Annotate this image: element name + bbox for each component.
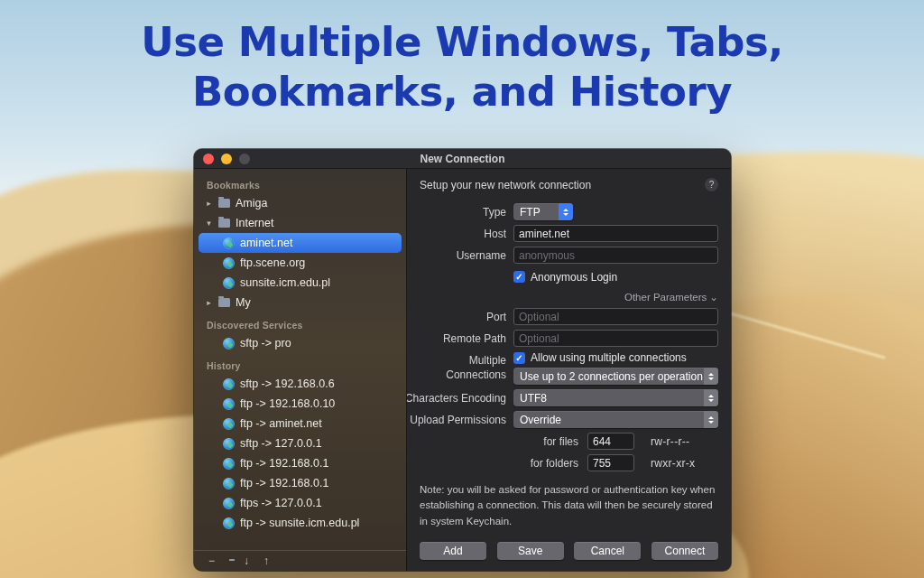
connection-form: Type FTP Host	[420, 203, 718, 529]
type-select[interactable]: FTP	[513, 203, 573, 220]
globe-icon	[223, 378, 235, 390]
section-header-discovered-services: Discovered Services	[207, 320, 406, 331]
upload-permissions-value: Override	[520, 414, 561, 426]
multiple-connections-label: Multiple Connections	[420, 351, 506, 382]
history-item[interactable]: ftp -> 192.168.0.10	[194, 394, 406, 414]
bookmark-label: aminet.net	[240, 237, 292, 249]
add-button[interactable]: Add	[420, 542, 486, 560]
service-label: sftp -> pro	[240, 337, 291, 350]
history-label: ftp -> 192.168.0.1	[240, 457, 328, 470]
sidebar-folder-amiga[interactable]: ▸ Amiga	[194, 193, 406, 213]
connections-count-select[interactable]: Use up to 2 connections per operation	[513, 368, 718, 385]
folder-icon	[218, 298, 230, 307]
history-item[interactable]: sftp -> 192.168.0.6	[194, 374, 406, 394]
import-bookmarks-button[interactable]: ↓	[244, 555, 249, 566]
history-label: ftp -> 192.168.0.10	[240, 397, 335, 410]
zoom-button	[239, 154, 250, 164]
chevron-down-icon[interactable]: ▾	[205, 219, 213, 228]
files-permission-input[interactable]	[587, 433, 634, 450]
desktop-wallpaper: Use Multiple Windows, Tabs, Bookmarks, a…	[0, 0, 924, 578]
headline-line2: Bookmarks, and History	[0, 68, 924, 117]
new-connection-window: New Connection Bookmarks ▸ Amiga ▾ Inter…	[194, 149, 731, 571]
history-label: ftp -> 192.168.0.1	[240, 477, 328, 489]
minus-icon: −	[208, 555, 215, 567]
cancel-button[interactable]: Cancel	[574, 542, 641, 560]
help-button[interactable]: ?	[705, 178, 718, 191]
globe-icon	[223, 438, 235, 450]
globe-icon	[223, 398, 235, 410]
folder-icon	[218, 199, 230, 208]
chevron-right-icon[interactable]: ▸	[205, 298, 213, 307]
characters-encoding-value: UTF8	[520, 392, 547, 405]
traffic-lights	[203, 154, 250, 164]
history-item[interactable]: ftp -> 192.168.0.1	[194, 473, 406, 493]
port-input[interactable]	[513, 308, 718, 325]
export-bookmarks-button[interactable]: ↑	[263, 555, 269, 566]
folder-icon	[218, 219, 230, 228]
host-label: Host	[420, 228, 506, 240]
history-label: ftps -> 127.0.0.1	[240, 497, 322, 509]
type-select-value: FTP	[520, 206, 541, 219]
anonymous-login-checkbox[interactable]: ✓	[513, 271, 525, 283]
username-input[interactable]	[513, 247, 718, 264]
bookmark-sunsite-icm-edu-pl[interactable]: sunsite.icm.edu.pl	[194, 273, 406, 293]
bookmark-ftp-scene-org[interactable]: ftp.scene.org	[194, 253, 406, 273]
chevron-right-icon[interactable]: ▸	[205, 199, 213, 208]
globe-icon	[223, 238, 235, 249]
connection-form-panel: Setup your new network connection ? Type…	[407, 169, 731, 571]
history-item[interactable]: ftp -> aminet.net	[194, 414, 406, 434]
host-input[interactable]	[513, 225, 718, 242]
panel-intro-text: Setup your new network connection	[420, 179, 591, 191]
section-header-history: History	[207, 360, 406, 371]
username-label: Username	[420, 249, 506, 262]
close-button[interactable]	[203, 154, 214, 164]
connect-button[interactable]: Connect	[651, 542, 718, 560]
globe-icon	[223, 498, 235, 509]
allow-multiple-connections-label: Allow using multiple connections	[531, 351, 687, 364]
headline-line1: Use Multiple Windows, Tabs,	[0, 18, 924, 68]
folder-label: My	[236, 296, 251, 309]
remote-path-input[interactable]	[513, 330, 718, 347]
history-item[interactable]: ftp -> 192.168.0.1	[194, 453, 406, 473]
folders-permission-text: rwxr-xr-x	[651, 457, 695, 470]
connections-count-value: Use up to 2 connections per operation	[520, 370, 703, 383]
sidebar-list: Bookmarks ▸ Amiga ▾ Internet aminet.net	[194, 169, 406, 550]
stepper-icon	[704, 411, 718, 428]
history-item[interactable]: sftp -> 127.0.0.1	[194, 434, 406, 453]
upload-permissions-select[interactable]: Override	[513, 411, 718, 428]
discovered-service-item[interactable]: sftp -> pro	[194, 333, 406, 353]
files-permission-text: rw-r--r--	[651, 435, 689, 448]
anonymous-login-label: Anonymous Login	[531, 271, 617, 284]
bookmarks-sidebar: Bookmarks ▸ Amiga ▾ Internet aminet.net	[194, 169, 407, 571]
bookmark-aminet-net[interactable]: aminet.net	[199, 233, 402, 253]
allow-multiple-connections-checkbox[interactable]: ✓	[513, 352, 525, 364]
sidebar-folder-my[interactable]: ▸ My	[194, 293, 406, 312]
history-label: sftp -> 192.168.0.6	[240, 378, 335, 390]
window-title: New Connection	[194, 153, 731, 165]
characters-encoding-select[interactable]: UTF8	[513, 389, 718, 406]
globe-icon	[223, 338, 235, 350]
stepper-icon	[704, 368, 718, 385]
characters-encoding-label: Characters Encoding	[420, 392, 506, 405]
folders-permission-input[interactable]	[587, 454, 634, 471]
other-parameters-label: Other Parameters	[624, 292, 707, 303]
globe-icon	[223, 277, 235, 289]
action-buttons: Add Save Cancel Connect	[420, 542, 718, 560]
section-header-bookmarks: Bookmarks	[207, 180, 406, 191]
sidebar-folder-internet[interactable]: ▾ Internet	[194, 213, 406, 233]
save-button[interactable]: Save	[497, 542, 564, 560]
remove-bookmark-button[interactable]: −	[208, 555, 215, 566]
minimize-button[interactable]	[221, 154, 232, 164]
sidebar-toolbar: − ↓ ↑	[194, 550, 406, 571]
other-parameters-link[interactable]: Other Parameters ⌄	[624, 291, 718, 303]
window-titlebar[interactable]: New Connection	[194, 149, 731, 169]
history-label: ftp -> aminet.net	[240, 417, 322, 430]
history-label: ftp -> sunsite.icm.edu.pl	[240, 517, 359, 529]
history-item[interactable]: ftp -> sunsite.icm.edu.pl	[194, 513, 406, 533]
chevron-down-icon: ⌄	[709, 291, 718, 303]
history-item[interactable]: ftps -> 127.0.0.1	[194, 493, 406, 513]
bookmark-label: sunsite.icm.edu.pl	[240, 276, 330, 289]
folder-label: Internet	[236, 217, 273, 229]
history-label: sftp -> 127.0.0.1	[240, 437, 322, 450]
globe-icon	[223, 418, 235, 430]
